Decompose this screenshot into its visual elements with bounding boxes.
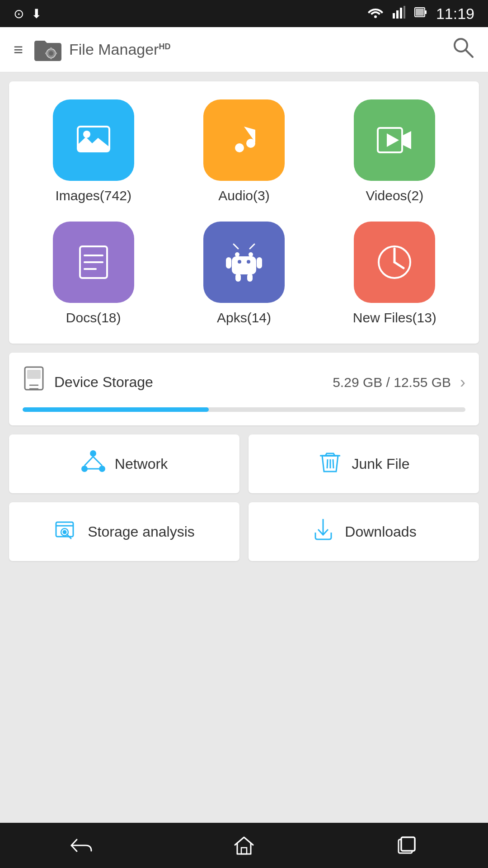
svg-rect-36	[257, 257, 262, 269]
svg-rect-7	[416, 9, 424, 16]
network-button[interactable]: Network	[9, 434, 239, 493]
videos-icon-bg	[354, 99, 435, 181]
svg-line-41	[394, 262, 404, 268]
svg-rect-32	[232, 256, 256, 274]
network-icon	[81, 449, 106, 479]
videos-svg	[374, 120, 415, 160]
main-content: Images(742) Audio(3)	[0, 72, 488, 823]
downloads-icon	[311, 517, 336, 547]
storage-progress-fill	[23, 407, 209, 412]
svg-rect-12	[45, 52, 47, 54]
category-images[interactable]: Images(742)	[23, 99, 164, 203]
storage-label: Device Storage	[54, 374, 153, 391]
images-icon-bg	[53, 99, 134, 181]
app-title: File ManagerHD	[69, 41, 170, 58]
apks-svg	[224, 242, 264, 283]
storage-analysis-button[interactable]: Storage analysis	[9, 502, 239, 561]
svg-rect-3	[400, 8, 402, 19]
app-logo: File ManagerHD	[32, 36, 170, 63]
newfiles-label: New Files(13)	[353, 310, 436, 326]
device-storage-icon	[23, 366, 45, 398]
svg-rect-1	[393, 13, 395, 19]
svg-point-26	[235, 252, 239, 257]
svg-point-34	[247, 260, 250, 264]
svg-rect-61	[241, 848, 247, 854]
storage-progress-bar	[23, 407, 465, 412]
categories-card: Images(742) Audio(3)	[9, 81, 479, 344]
category-newfiles[interactable]: New Files(13)	[324, 222, 465, 326]
newfiles-svg	[374, 242, 415, 283]
svg-line-31	[250, 244, 254, 249]
downloads-label: Downloads	[345, 524, 416, 540]
quick-actions: Network Junk File	[9, 434, 479, 561]
search-button[interactable]	[452, 36, 474, 63]
apks-label: Apks(14)	[217, 310, 271, 326]
svg-point-19	[246, 139, 255, 148]
svg-point-33	[238, 260, 241, 264]
storage-info: Device Storage 5.29 GB / 12.55 GB	[54, 374, 451, 391]
svg-line-15	[465, 50, 473, 57]
svg-rect-35	[226, 257, 231, 269]
svg-rect-4	[404, 6, 405, 19]
status-bar: ⊙ ⬇ 11:19	[0, 0, 488, 27]
svg-line-50	[93, 457, 102, 466]
svg-rect-2	[396, 10, 399, 19]
svg-rect-63	[401, 837, 415, 851]
category-audio[interactable]: Audio(3)	[173, 99, 314, 203]
download-icon: ⬇	[31, 6, 42, 21]
docs-label: Docs(18)	[66, 310, 121, 326]
svg-point-59	[63, 531, 66, 533]
app-logo-icon	[32, 36, 64, 63]
svg-rect-10	[50, 47, 52, 50]
junk-file-button[interactable]: Junk File	[249, 434, 479, 493]
svg-rect-43	[27, 370, 41, 379]
categories-grid: Images(742) Audio(3)	[23, 99, 465, 326]
menu-button[interactable]: ≡	[14, 40, 23, 59]
svg-rect-37	[235, 274, 241, 282]
category-docs[interactable]: Docs(18)	[23, 222, 164, 326]
images-svg	[73, 120, 114, 160]
notification-icon: ⊙	[14, 6, 24, 21]
svg-marker-21	[387, 133, 399, 147]
app-bar: ≡ File ManagerHD	[0, 27, 488, 72]
recent-apps-button[interactable]	[384, 832, 429, 859]
status-left-icons: ⊙ ⬇	[14, 6, 42, 21]
svg-line-49	[84, 457, 93, 466]
storage-analysis-icon	[54, 517, 79, 547]
storage-row: Device Storage 5.29 GB / 12.55 GB ›	[23, 366, 465, 398]
category-videos[interactable]: Videos(2)	[324, 99, 465, 203]
apks-icon-bg	[203, 222, 285, 303]
bottom-nav	[0, 823, 488, 868]
svg-line-52	[327, 459, 328, 468]
junk-file-icon	[318, 449, 343, 479]
audio-icon-bg	[203, 99, 285, 181]
svg-line-30	[234, 244, 238, 249]
category-apks[interactable]: Apks(14)	[173, 222, 314, 326]
signal-icon	[393, 6, 405, 22]
audio-svg	[224, 120, 264, 160]
svg-point-17	[83, 131, 90, 138]
storage-analysis-label: Storage analysis	[88, 524, 195, 540]
audio-label: Audio(3)	[218, 188, 269, 203]
network-label: Network	[115, 456, 168, 472]
battery-icon	[414, 6, 427, 22]
svg-point-9	[49, 51, 53, 56]
newfiles-icon-bg	[354, 222, 435, 303]
wifi-icon	[367, 6, 384, 22]
junk-file-label: Junk File	[352, 456, 409, 472]
svg-rect-11	[50, 57, 52, 59]
svg-point-18	[235, 143, 244, 152]
back-button[interactable]	[59, 832, 104, 859]
images-label: Images(742)	[55, 188, 131, 203]
storage-card[interactable]: Device Storage 5.29 GB / 12.55 GB ›	[9, 353, 479, 425]
app-bar-left: ≡ File ManagerHD	[14, 36, 170, 63]
status-right-icons: 11:19	[367, 5, 474, 23]
svg-point-46	[90, 450, 96, 457]
downloads-button[interactable]: Downloads	[249, 502, 479, 561]
svg-rect-55	[56, 522, 73, 537]
home-button[interactable]	[221, 832, 267, 859]
docs-svg	[73, 242, 114, 283]
svg-rect-6	[425, 10, 427, 14]
svg-rect-13	[55, 52, 57, 54]
svg-rect-38	[247, 274, 253, 282]
